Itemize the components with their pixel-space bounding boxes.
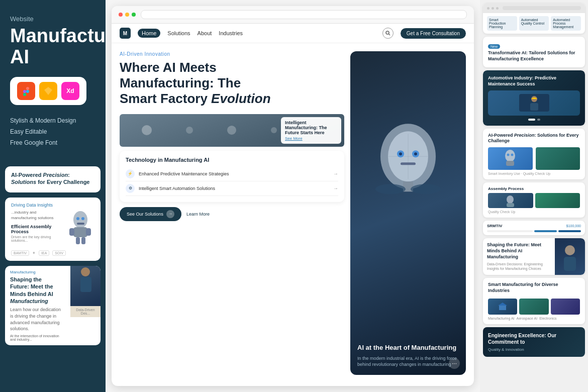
svg-line-19 <box>388 34 390 36</box>
feature-overlay-card: Intelligent Manufacturing: The Future St… <box>281 117 341 144</box>
worker-svg <box>519 94 549 112</box>
dot-inactive <box>537 119 540 121</box>
svg-rect-13 <box>77 223 84 225</box>
future-img-col <box>555 238 585 275</box>
svg-point-4 <box>26 90 29 93</box>
table-bar-3 <box>558 230 581 232</box>
rc-dot-2 <box>492 7 494 10</box>
logo-iea: IEA <box>39 250 49 256</box>
industry-labels: Manufacturing AI Aerospace AI Electronic… <box>488 317 580 320</box>
rc-browser-bar <box>483 3 585 13</box>
svg-rect-17 <box>80 277 91 292</box>
features-list: Stylish & Modern Design Easy Editable Fr… <box>10 117 95 146</box>
hero-image-card: AI at the Heart of Manufacturing In the … <box>350 51 466 375</box>
future-title: Shaping the Future: Meet Minds Behind AI… <box>487 242 551 260</box>
logo-bamtiv: BAMTIV <box>11 250 29 256</box>
see-solutions-button[interactable]: See Our Solutions → <box>120 207 181 221</box>
sidebar-card-2: Driving Data Insights ...industry and ma… <box>5 198 101 261</box>
solutions-arrow-icon: → <box>166 210 174 218</box>
precision-images <box>488 147 580 170</box>
robot-small-svg <box>504 194 517 207</box>
nav-cta-button[interactable]: Get a Free Consultation <box>401 28 466 39</box>
table-cols <box>487 230 581 232</box>
right-card-automotive: Automotive Industry: Predictive Maintena… <box>483 70 585 125</box>
future-subtitle: Data-Driven Decisions: Engineering Insig… <box>487 262 551 271</box>
data-driven-label: Data-Driven Des... <box>70 306 101 317</box>
grid-label: Quality Check Up <box>488 210 580 214</box>
tech-item-1-label: Enhanced Predictive Maintenance Strategi… <box>139 171 229 176</box>
right-card-1-inner: New Transformative AI: Tailored Solution… <box>483 37 585 67</box>
hero-img-subtitle: In the modern industrial era, AI is the … <box>357 355 459 368</box>
engineering-title: Engineering Excellence: Our Commitment t… <box>488 332 580 345</box>
driving-data-label: Driving Data Insights <box>11 203 94 208</box>
precision-img-1 <box>488 147 533 170</box>
svg-point-27 <box>414 152 417 155</box>
rc-section-1: Smart Production Planning <box>487 16 517 31</box>
nav-logo: M <box>120 28 131 39</box>
table-title: SRMTIV <box>487 224 502 228</box>
logo-star: ✦ <box>32 251 36 255</box>
see-more-link[interactable]: See More <box>285 136 337 141</box>
industry-label-2: Aerospace AI <box>517 317 538 320</box>
right-card-future: Shaping the Future: Meet Minds Behind AI… <box>483 238 585 275</box>
svg-point-16 <box>81 267 90 276</box>
robot-face-svg <box>350 51 466 262</box>
tech-card: Technology in Manufacturing AI ⚡ Enhance… <box>120 151 344 202</box>
nav-solutions[interactable]: Solutions <box>167 30 190 36</box>
grid-item-2 <box>535 193 580 208</box>
svg-point-37 <box>511 153 514 156</box>
svg-point-36 <box>507 153 510 156</box>
industry-label-1: Manufacturing AI <box>488 317 515 320</box>
hero-tag: AI-Driven Innovation <box>120 51 344 57</box>
assembly-label: Efficient Assembly Process <box>11 224 63 234</box>
feature-2: Easy Editable <box>10 128 95 135</box>
svg-rect-0 <box>23 87 26 90</box>
tech-icon-2: ⚙ <box>126 184 135 193</box>
svg-rect-3 <box>23 93 26 96</box>
learn-more-button[interactable]: Learn More <box>186 212 210 217</box>
hero-title-line2: Manufacturing: The <box>120 75 241 90</box>
website-label: Website <box>10 15 95 23</box>
svg-rect-15 <box>81 237 85 244</box>
svg-point-39 <box>507 195 514 204</box>
engineering-sub: Quality & Innovation <box>488 347 580 352</box>
sidebar-preview-cards: AI-Powered Precision:Solutions for Every… <box>0 166 106 392</box>
table-bar-2 <box>534 230 557 232</box>
nav-about[interactable]: About <box>198 30 212 36</box>
logo-soiv: SOIV <box>52 250 66 256</box>
nav-bar: M Home Solutions About Industries Get a … <box>112 24 474 43</box>
automotive-img <box>488 90 580 116</box>
sidebar-card-3: Manufacturing Shaping the Future: Meet t… <box>5 266 101 345</box>
mini-robot-svg <box>503 149 518 169</box>
precision-title: AI-Powered Precision: Solutions for Ever… <box>488 133 580 144</box>
hero-title: Where AI Meets Manufacturing: The Smart … <box>120 60 344 107</box>
nav-home[interactable]: Home <box>138 29 160 38</box>
rc-section-2: Automated Quality Control <box>519 16 549 31</box>
table-bar-1 <box>487 230 533 232</box>
center-panel: M Home Solutions About Industries Get a … <box>106 0 480 392</box>
nav-industries[interactable]: Industries <box>219 30 243 36</box>
dot-maximize <box>132 13 136 17</box>
svg-point-12 <box>81 217 84 220</box>
rc-smart-inner: Smart Manufacturing for Diverse Industri… <box>483 278 585 324</box>
tech-item-2: ⚙ Intelligent Smart Automation Solutions… <box>126 181 338 196</box>
svg-point-41 <box>565 245 575 255</box>
right-panel: Smart Production Planning Automated Qual… <box>480 0 588 392</box>
search-icon[interactable] <box>382 28 394 39</box>
right-card-browser: Smart Production Planning Automated Qual… <box>483 3 585 34</box>
url-bar <box>141 10 467 19</box>
xd-icon: Xd <box>61 82 79 100</box>
svg-rect-1 <box>26 87 29 90</box>
card2-text: ...industry and manufacturing solutions <box>11 210 63 221</box>
shaping-tag: Manufacturing <box>10 270 61 274</box>
transformative-label: New <box>488 44 500 49</box>
svg-point-30 <box>375 184 406 194</box>
rc-table-inner: SRMTIV $100,000 <box>483 221 585 235</box>
table-header-row: SRMTIV $100,000 <box>487 224 581 228</box>
svg-rect-42 <box>564 257 576 271</box>
grid-items <box>488 193 580 208</box>
grid-title: Assembly Process <box>488 186 580 191</box>
hero-img-title: AI at the Heart of Manufacturing <box>357 344 459 352</box>
robot-container <box>350 51 466 262</box>
svg-point-26 <box>399 152 402 155</box>
